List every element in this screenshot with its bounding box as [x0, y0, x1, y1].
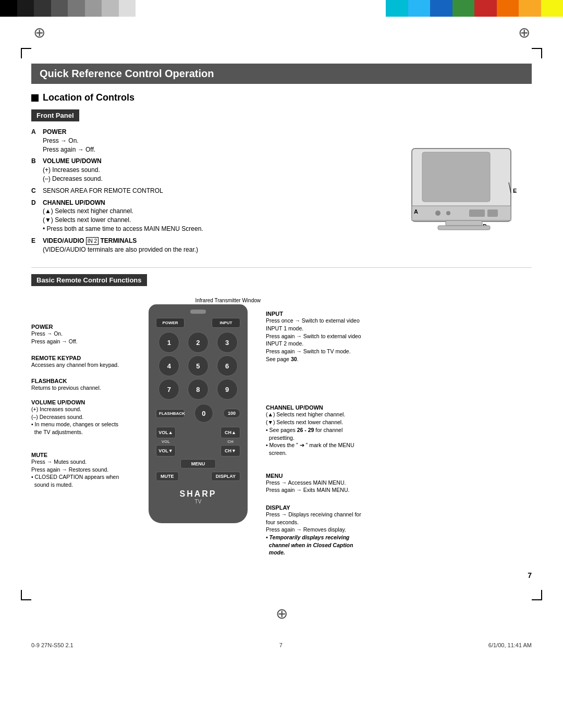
key-3[interactable]: 3 — [217, 332, 238, 353]
ch-label: CH — [227, 439, 234, 444]
svg-point-3 — [435, 211, 440, 216]
func-mute: MUTE Press → Mutes sound. Press again → … — [31, 452, 130, 489]
top-color-bar — [0, 0, 563, 17]
page-title: Quick Reference Control Operation — [40, 68, 214, 79]
corner-br — [532, 590, 542, 600]
brand-area: SHARP TV — [156, 489, 240, 504]
basic-remote-label: Basic Remote Control Functions — [31, 274, 147, 286]
func-display: DISPLAY Press → Displays receiving chann… — [266, 504, 532, 557]
title-banner: Quick Reference Control Operation — [31, 64, 532, 84]
bottom-crosshair-area — [0, 600, 563, 626]
vol-up-btn[interactable]: VOL▲ — [156, 427, 176, 438]
func-menu: MENU Press → Accesses MAIN MENU. Press a… — [266, 473, 532, 494]
key-5[interactable]: 5 — [188, 355, 209, 376]
ch-col: CH▲ CH CH▼ — [221, 427, 240, 456]
menu-btn[interactable]: MENU — [180, 459, 216, 468]
mute-btn[interactable]: MUTE — [156, 472, 179, 481]
page-number: 7 — [31, 571, 532, 579]
footer-left: 0-9 27N-S50 2.1 — [31, 642, 74, 648]
vol-col: VOL▲ VOL VOL▼ — [156, 427, 176, 456]
grayscale-bar — [0, 0, 136, 17]
divider — [31, 267, 532, 268]
svg-point-4 — [446, 211, 450, 215]
remote-power-input: POWER INPUT — [156, 318, 240, 328]
vol-down-btn[interactable]: VOL▼ — [156, 445, 176, 456]
crosshair-left — [31, 24, 47, 40]
display-btn[interactable]: DISPLAY — [211, 472, 240, 481]
func-channel: CHANNEL UP/DOWN (▲) Selects next higher … — [266, 404, 532, 456]
in2-box: IN 2 — [86, 237, 99, 245]
svg-text:A: A — [414, 208, 418, 215]
flashback-btn[interactable]: FLASHBACK — [156, 409, 185, 418]
corner-tl — [21, 48, 31, 58]
front-panel-label: Front Panel — [31, 109, 79, 121]
mute-display-row: MUTE DISPLAY — [156, 472, 240, 481]
svg-text:E: E — [513, 188, 517, 194]
item-e: E VIDEO/AUDIO IN 2 TERMINALS (VIDEO/AUDI… — [31, 237, 386, 254]
remote-body: POWER INPUT 1 2 3 4 5 6 7 8 9 — [149, 304, 248, 523]
remote-right-labels: INPUT Press once → Switch to external vi… — [261, 298, 532, 561]
section-heading: Location of Controls — [31, 92, 532, 103]
corner-tr — [532, 48, 542, 58]
func-flashback: FLASHBACK Returns to previous channel. — [31, 378, 130, 392]
key-2[interactable]: 2 — [188, 332, 209, 353]
item-b: B VOLUME UP/DOWN (+) Increases sound. (–… — [31, 157, 386, 183]
key-7[interactable]: 7 — [158, 379, 179, 400]
key-0[interactable]: 0 — [194, 404, 213, 423]
key-9[interactable]: 9 — [217, 379, 238, 400]
remote-center: Infrared Transmitter Window POWER INPUT — [136, 298, 261, 561]
section-icon — [31, 94, 39, 102]
svg-rect-14 — [438, 226, 490, 230]
power-btn-label: POWER — [160, 320, 181, 325]
crosshair-right — [516, 24, 532, 40]
flashback-row: FLASHBACK 0 100 — [156, 404, 240, 423]
ir-window — [190, 310, 206, 314]
front-panel-text: A POWER Press → On. Press again → Off. B… — [31, 128, 386, 257]
color-bar — [386, 0, 563, 17]
footer: 0-9 27N-S50 2.1 7 6/1/00, 11:41 AM — [0, 637, 563, 653]
tv-image-area: A B C D E — [396, 128, 532, 257]
key-6[interactable]: 6 — [217, 355, 238, 376]
registration-area — [0, 17, 563, 48]
remote-section: POWER Press → On.Press again → Off. REMO… — [31, 298, 532, 561]
vol-label: VOL — [162, 439, 170, 444]
menu-area: MENU — [156, 459, 240, 468]
remote-left-labels: POWER Press → On.Press again → Off. REMO… — [31, 298, 136, 561]
footer-center: 7 — [279, 642, 283, 648]
corner-bl — [21, 590, 31, 600]
svg-rect-13 — [446, 220, 482, 226]
svg-rect-1 — [422, 152, 490, 202]
bottom-crosshair — [274, 606, 289, 621]
front-panel-section: A POWER Press → On. Press again → Off. B… — [31, 128, 532, 257]
vol-ch-area: VOL▲ VOL VOL▼ CH▲ CH CH▼ — [156, 427, 240, 456]
tv-svg: A B C D E — [407, 146, 521, 237]
remote-input-btn[interactable]: INPUT — [212, 318, 240, 328]
item-a: A POWER Press → On. Press again → Off. — [31, 128, 386, 154]
func-volume: VOLUME UP/DOWN (+) Increases sound. (–) … — [31, 399, 130, 436]
footer-right: 6/1/00, 11:41 AM — [488, 642, 532, 648]
func-input: INPUT Press once → Switch to external vi… — [266, 311, 532, 363]
key-8[interactable]: 8 — [188, 379, 209, 400]
page-wrapper: Quick Reference Control Operation Locati… — [21, 48, 542, 600]
item-c: C SENSOR AREA FOR REMOTE CONTROL — [31, 187, 386, 195]
remote-keypad-grid: 1 2 3 4 5 6 7 8 9 — [156, 332, 240, 400]
ch-up-btn[interactable]: CH▲ — [221, 427, 240, 438]
input-btn-label: INPUT — [215, 320, 237, 325]
brand-name: SHARP — [156, 489, 240, 499]
svg-rect-5 — [469, 209, 485, 217]
remote-power-btn[interactable]: POWER — [156, 318, 185, 328]
key-1[interactable]: 1 — [158, 332, 179, 353]
func-power: POWER Press → On.Press again → Off. — [31, 324, 130, 345]
key-4[interactable]: 4 — [158, 355, 179, 376]
brand-sub: TV — [156, 499, 240, 504]
svg-rect-6 — [487, 209, 498, 217]
func-remote-keypad: REMOTE KEYPAD Accesses any channel from … — [31, 355, 130, 369]
ch-down-btn[interactable]: CH▼ — [221, 445, 240, 456]
item-d: D CHANNEL UP/DOWN (▲) Selects next highe… — [31, 199, 386, 233]
infrared-label: Infrared Transmitter Window — [195, 298, 261, 303]
key-100[interactable]: 100 — [223, 409, 240, 418]
section-title: Location of Controls — [43, 92, 134, 103]
